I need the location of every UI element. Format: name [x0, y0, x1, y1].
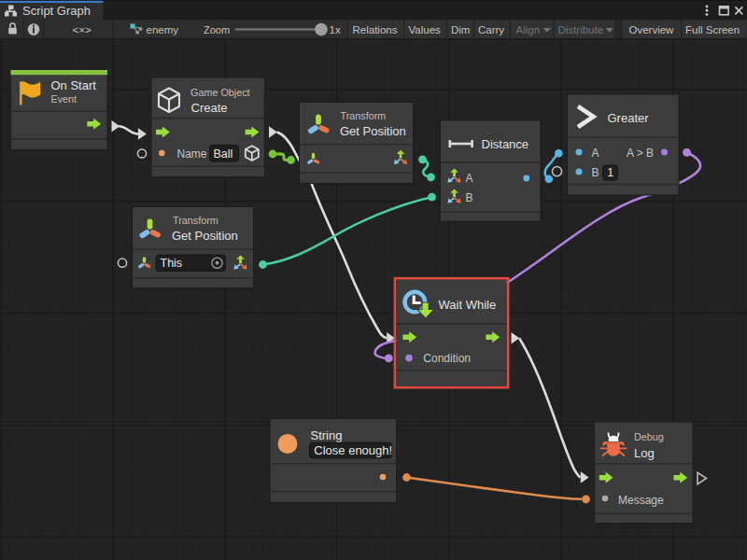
- svg-text:Align: Align: [516, 24, 541, 35]
- svg-text:Message: Message: [618, 494, 664, 507]
- svg-text:B: B: [592, 166, 599, 179]
- svg-text:Carry: Carry: [478, 24, 504, 35]
- svg-text:Condition: Condition: [423, 352, 471, 365]
- svg-text:Log: Log: [634, 446, 655, 460]
- svg-text:This: This: [161, 257, 183, 270]
- svg-text:Full Screen: Full Screen: [685, 24, 740, 35]
- svg-text:Ball: Ball: [214, 147, 233, 161]
- svg-text:A: A: [592, 147, 599, 160]
- svg-text:B: B: [466, 191, 473, 204]
- svg-text:Relations: Relations: [353, 24, 398, 35]
- svg-text:Close enough!: Close enough!: [314, 443, 392, 457]
- svg-text:A > B: A > B: [627, 147, 654, 160]
- svg-text:String: String: [311, 428, 343, 442]
- svg-text:Create: Create: [191, 101, 228, 115]
- svg-text:Event: Event: [51, 93, 78, 105]
- svg-text:Name: Name: [177, 147, 207, 161]
- svg-text:Game Object: Game Object: [190, 87, 250, 98]
- svg-text:Dim: Dim: [451, 24, 470, 35]
- svg-text:Get Position: Get Position: [172, 229, 238, 243]
- svg-text:1x: 1x: [330, 24, 341, 35]
- svg-text:Zoom: Zoom: [204, 24, 230, 35]
- svg-text:Wait While: Wait While: [439, 298, 497, 312]
- svg-text:Distribute: Distribute: [558, 24, 604, 35]
- svg-text:Transform: Transform: [341, 110, 387, 121]
- svg-text:Distance: Distance: [482, 137, 529, 151]
- svg-text:enemy: enemy: [147, 24, 179, 35]
- svg-text:Overview: Overview: [629, 24, 675, 35]
- svg-text:Get Position: Get Position: [340, 124, 406, 138]
- svg-text:Transform: Transform: [173, 215, 218, 226]
- svg-text:Script Graph: Script Graph: [22, 4, 91, 18]
- svg-text:1: 1: [607, 166, 613, 179]
- svg-text:<×>: <×>: [73, 24, 92, 35]
- svg-text:On Start: On Start: [51, 78, 97, 92]
- svg-text:Values: Values: [409, 24, 442, 35]
- svg-text:A: A: [466, 172, 473, 185]
- svg-text:Greater: Greater: [608, 111, 650, 125]
- svg-text:Debug: Debug: [634, 431, 664, 442]
